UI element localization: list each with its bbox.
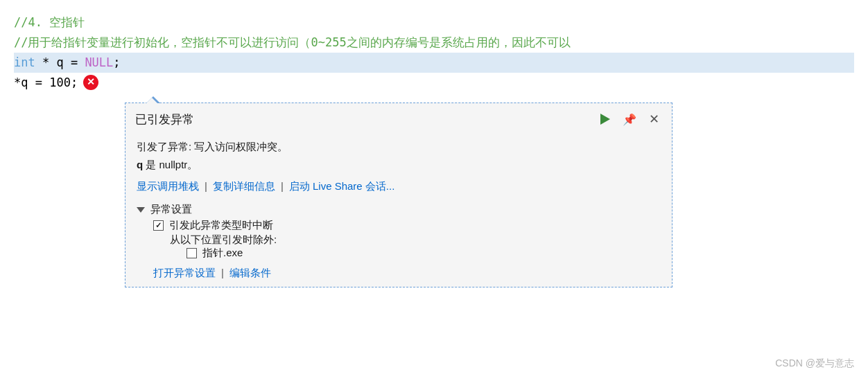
code-line-3: int * q = NULL;: [14, 53, 854, 73]
copy-details-link[interactable]: 复制详细信息: [213, 180, 275, 193]
exception-popup: 已引发异常 📌 ✕ 引发了异常: 写入访问权限冲突。 q 是 nullptr。 …: [125, 103, 672, 287]
nullptr-text: 是 nullptr。: [143, 159, 198, 170]
popup-arrow-inner: [146, 98, 158, 104]
keyword-int: int: [14, 53, 35, 73]
close-icon: ✕: [649, 112, 659, 127]
checkbox-2-label: 指针.exe: [202, 247, 243, 260]
except-indent: 从以下位置引发时除外:: [153, 233, 661, 247]
separator-2: |: [281, 180, 284, 193]
play-icon: [600, 114, 610, 125]
show-callstack-link[interactable]: 显示调用堆栈: [137, 180, 199, 193]
collapse-icon: [137, 207, 145, 213]
null-value: NULL: [85, 53, 113, 73]
watermark: CSDN @爱与意志: [775, 357, 854, 370]
separator-1: |: [205, 180, 207, 193]
open-exception-settings-link[interactable]: 打开异常设置: [153, 267, 216, 280]
code-rest: * q =: [35, 53, 85, 73]
comment-2: //用于给指针变量进行初始化，空指针不可以进行访问（0~255之间的内存编号是系…: [14, 33, 571, 53]
semicolon: ;: [113, 53, 120, 73]
popup-toolbar: 📌 ✕: [598, 110, 662, 128]
exception-message: 引发了异常: 写入访问权限冲突。 q 是 nullptr。: [137, 138, 661, 173]
bottom-separator: |: [221, 267, 224, 280]
checkbox-row-1: 引发此异常类型时中断: [153, 219, 661, 232]
continue-button[interactable]: [598, 112, 613, 126]
settings-content: 引发此异常类型时中断 从以下位置引发时除外: 指针.exe 打开异常设置 | 编…: [137, 219, 661, 280]
popup-links: 显示调用堆栈 | 复制详细信息 | 启动 Live Share 会话...: [137, 180, 661, 193]
comment-1: //4. 空指针: [14, 12, 85, 33]
exception-settings-section: 异常设置 引发此异常类型时中断 从以下位置引发时除外: 指针.exe 打开异常设…: [137, 203, 661, 280]
exception-line1: 引发了异常: 写入访问权限冲突。: [137, 138, 661, 156]
settings-header: 异常设置: [137, 203, 661, 216]
except-text: 从以下位置引发时除外:: [170, 233, 277, 245]
deref-statement: *q = 100;: [14, 73, 78, 93]
checkbox-break-on-type[interactable]: [153, 220, 164, 231]
code-line-4: *q = 100; ✕: [14, 73, 854, 93]
edit-conditions-link[interactable]: 编辑条件: [229, 267, 271, 280]
error-icon: ✕: [83, 75, 98, 90]
pin-icon: 📌: [623, 113, 636, 126]
close-button[interactable]: ✕: [646, 110, 662, 128]
checkbox-pointer-exe[interactable]: [186, 248, 197, 258]
popup-title: 已引发异常: [135, 112, 194, 127]
exception-line2: q 是 nullptr。: [137, 156, 661, 174]
code-line-2: //用于给指针变量进行初始化，空指针不可以进行访问（0~255之间的内存编号是系…: [14, 33, 854, 53]
popup-bottom-links: 打开异常设置 | 编辑条件: [153, 267, 661, 280]
checkbox-1-label: 引发此异常类型时中断: [169, 219, 273, 232]
checkbox-row-2: 指针.exe: [153, 247, 661, 260]
code-line-1: //4. 空指针: [14, 12, 854, 33]
pin-button[interactable]: 📌: [620, 112, 639, 127]
popup-header: 已引发异常 📌 ✕: [125, 103, 672, 134]
null-var-name: q: [137, 159, 143, 170]
popup-body: 引发了异常: 写入访问权限冲突。 q 是 nullptr。 显示调用堆栈 | 复…: [125, 134, 672, 287]
settings-title: 异常设置: [150, 203, 192, 216]
liveshare-link[interactable]: 启动 Live Share 会话...: [289, 180, 395, 193]
